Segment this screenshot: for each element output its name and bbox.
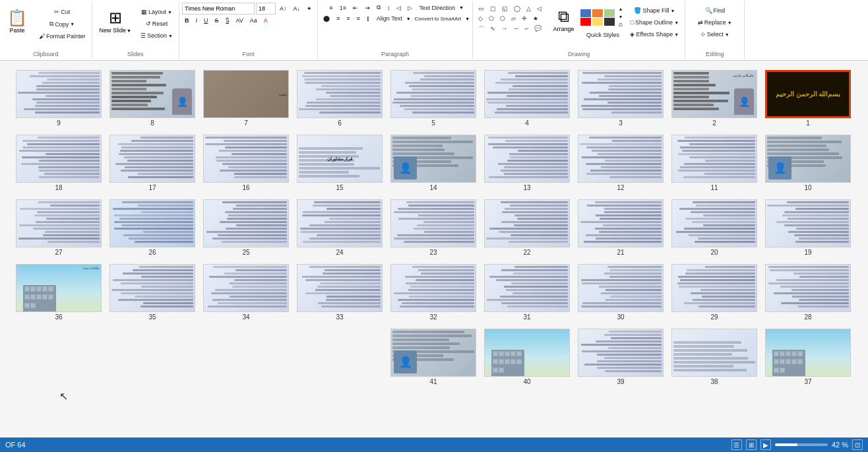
font-color-button[interactable]: A: [261, 16, 270, 25]
slide-item-11[interactable]: 11: [671, 135, 757, 191]
ltr-button[interactable]: ▷: [405, 3, 415, 13]
copy-dropdown-icon[interactable]: ▼: [70, 22, 75, 26]
align-text-button[interactable]: Align Text: [374, 14, 405, 23]
cut-button[interactable]: ✂ Cut: [36, 7, 89, 17]
increase-indent-button[interactable]: ⇥: [362, 3, 373, 13]
hexagon-button[interactable]: ⬡: [497, 14, 508, 23]
slide-item-3[interactable]: 3: [578, 70, 664, 127]
slide-item-2[interactable]: علی‌اکبر مارمی👤2: [671, 70, 757, 127]
slide-item-34[interactable]: 34: [203, 264, 289, 321]
text-direction-button[interactable]: Text Direction: [416, 3, 458, 13]
new-slide-dropdown-icon[interactable]: ▼: [127, 28, 131, 33]
numbering-button[interactable]: 1≡: [337, 3, 349, 13]
quick-styles-up-button[interactable]: ▲: [616, 5, 626, 13]
slide-item-35[interactable]: 35: [109, 264, 195, 321]
format-painter-button[interactable]: 🖌 Format Painter: [36, 31, 89, 42]
character-spacing-button[interactable]: AV: [233, 16, 246, 25]
pentagon-button[interactable]: ⬠: [486, 14, 497, 23]
slide-item-40[interactable]: 40: [484, 329, 570, 385]
paste-button[interactable]: 📋 Paste: [3, 5, 32, 37]
justify-button[interactable]: ≡: [354, 14, 363, 23]
connector-button[interactable]: ⌐: [522, 24, 531, 35]
arc-button[interactable]: ⌒: [476, 24, 487, 35]
copy-button[interactable]: ⧉ Copy ▼: [36, 18, 89, 30]
callout-button[interactable]: 💬: [532, 24, 544, 35]
slide-item-7[interactable]: جلسه7: [203, 70, 289, 127]
shape-fill-dropdown-icon[interactable]: ▼: [670, 9, 675, 13]
qs-green[interactable]: [604, 9, 615, 17]
shape-fill-button[interactable]: 🪣 Shape Fill ▼: [627, 5, 682, 16]
qs-blue[interactable]: [580, 9, 591, 17]
rtriangle-button[interactable]: ◁: [534, 4, 544, 13]
parallelogram-button[interactable]: ▱: [509, 14, 518, 23]
font-size-decrease-button[interactable]: A↓: [290, 4, 303, 13]
slide-item-13[interactable]: 13: [484, 135, 570, 191]
quick-styles-expand-button[interactable]: ⊡: [616, 21, 626, 29]
align-center-button[interactable]: ≡: [334, 14, 342, 23]
slide-item-33[interactable]: 33: [297, 264, 383, 321]
slide-item-41[interactable]: 👤41: [390, 329, 476, 385]
align-text-dropdown-icon[interactable]: ▼: [406, 16, 411, 21]
decrease-indent-button[interactable]: ⇤: [350, 3, 361, 13]
strikethrough-button[interactable]: S: [212, 16, 221, 25]
triangle-button[interactable]: △: [524, 4, 534, 13]
slide-item-28[interactable]: 28: [765, 264, 851, 321]
replace-dropdown-icon[interactable]: ▼: [728, 20, 732, 25]
underline-button[interactable]: U: [201, 16, 211, 25]
bold-button[interactable]: B: [182, 16, 192, 25]
shape-effects-button[interactable]: ◈ Effects Shape ▼: [627, 29, 682, 40]
slide-item-20[interactable]: 20: [671, 199, 757, 256]
slide-item-1[interactable]: بسم‌الله الرحمن الرحیم1: [765, 70, 851, 127]
clear-formatting-button[interactable]: ✦: [304, 4, 315, 13]
curve-button[interactable]: ∿: [487, 24, 498, 35]
new-slide-button[interactable]: ⊞ New Slide ▼: [95, 5, 136, 37]
rounded-rect-button[interactable]: ▢: [487, 4, 499, 13]
convert-smartart-dropdown-icon[interactable]: ▼: [465, 16, 470, 21]
slide-item-29[interactable]: 29: [671, 264, 757, 321]
shape-effects-dropdown-icon[interactable]: ▼: [674, 32, 679, 37]
qs-yellow[interactable]: [592, 18, 603, 26]
slide-item-36[interactable]: مکانات بدنه36: [16, 264, 102, 321]
columns-button[interactable]: ⫿: [364, 14, 373, 23]
cross-button[interactable]: ✛: [519, 14, 530, 23]
shape-outline-dropdown-icon[interactable]: ▼: [674, 20, 679, 25]
star-button[interactable]: ★: [530, 14, 541, 23]
smartart-columns-button[interactable]: ⧉: [374, 3, 383, 13]
font-size-input[interactable]: 18: [256, 3, 276, 15]
slide-item-16[interactable]: 16: [203, 135, 289, 191]
qs-orange[interactable]: [592, 9, 603, 17]
slide-item-37[interactable]: 37: [765, 329, 851, 385]
slide-item-22[interactable]: 22: [484, 199, 570, 256]
rect-shape-button[interactable]: ▭: [476, 4, 487, 13]
slide-item-39[interactable]: 39: [578, 329, 664, 385]
slide-item-31[interactable]: 31: [484, 264, 570, 321]
slide-item-38[interactable]: 38: [671, 329, 757, 385]
slide-item-12[interactable]: 12: [578, 135, 664, 191]
slide-item-9[interactable]: 9: [16, 70, 102, 127]
shape-outline-button[interactable]: □ Shape Outline ▼: [627, 17, 682, 28]
slide-item-18[interactable]: 18: [16, 135, 102, 191]
quick-styles-down-button[interactable]: ▼: [616, 13, 626, 20]
select-button[interactable]: ⊹ Select ▼: [697, 29, 733, 40]
slide-item-30[interactable]: 30: [578, 264, 664, 321]
slide-item-14[interactable]: 👤14: [390, 135, 476, 191]
section-button[interactable]: ☰ Section ▼: [137, 30, 176, 41]
arrow-button[interactable]: →: [499, 24, 510, 35]
slide-item-32[interactable]: 32: [390, 264, 476, 321]
slide-item-19[interactable]: 19: [765, 199, 851, 256]
quick-styles-label[interactable]: Quick Styles: [583, 30, 623, 40]
align-right-button[interactable]: ≡: [344, 14, 352, 23]
arrange-button[interactable]: ⧉ Arrange: [548, 4, 578, 36]
convert-smartart-button[interactable]: Convert to SmartArt: [412, 15, 464, 23]
slide-item-17[interactable]: 17: [109, 135, 195, 191]
slide-item-5[interactable]: 5: [390, 70, 476, 127]
slide-item-8[interactable]: 👤8: [109, 70, 195, 127]
slide-item-27[interactable]: 27: [16, 199, 102, 256]
select-dropdown-icon[interactable]: ▼: [725, 32, 729, 37]
slide-item-25[interactable]: 25: [203, 199, 289, 256]
qs-dark[interactable]: [604, 18, 615, 26]
slide-item-24[interactable]: 24: [297, 199, 383, 256]
diamond-button[interactable]: ◇: [476, 14, 485, 23]
snip-rect-button[interactable]: ◱: [499, 4, 511, 13]
align-left-button[interactable]: ⬤: [321, 14, 332, 23]
